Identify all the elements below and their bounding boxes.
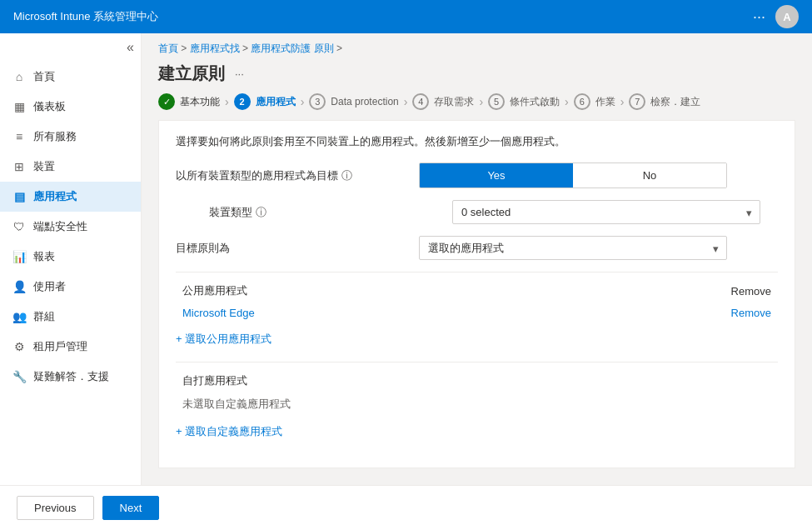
wizard-separator-5: ›: [565, 95, 569, 108]
sidebar-item-endpoint-security[interactable]: 🛡 端點安全性: [0, 212, 141, 242]
sidebar-label-all-services: 所有服務: [33, 129, 77, 144]
wizard-step-label-conditions: 條件式啟動: [510, 95, 560, 109]
sidebar-item-dashboard[interactable]: ▦ 儀表板: [0, 92, 141, 122]
sidebar-item-groups[interactable]: 👥 群組: [0, 302, 141, 332]
sidebar-item-troubleshoot[interactable]: 🔧 疑難解答．支援: [0, 362, 141, 392]
target-policy-select-wrapper: 選取的應用程式 所有應用程式: [419, 236, 727, 260]
target-toggle-group: Yes No: [419, 162, 727, 188]
wizard-step-label-basic: 基本功能: [180, 95, 220, 109]
main-layout: « ⌂ 首頁 ▦ 儀表板 ≡ 所有服務 ⊞ 裝置 ▤ 應用程式 🛡 端點安全性 …: [0, 33, 812, 485]
sidebar-icon-devices: ⊞: [12, 159, 27, 174]
table-row: Microsoft Edge Remove: [176, 302, 778, 323]
sidebar-label-reports: 報表: [33, 249, 55, 264]
custom-apps-table: 自打應用程式 未選取自定義應用程式: [176, 369, 778, 416]
wizard-step-label-access: 存取需求: [434, 95, 474, 109]
sidebar-item-users[interactable]: 👤 使用者: [0, 272, 141, 302]
sidebar-label-troubleshoot: 疑難解答．支援: [33, 369, 109, 384]
page-title: 建立原則: [158, 62, 225, 85]
page-menu-dots[interactable]: ···: [235, 68, 244, 80]
microsoft-edge-link[interactable]: Microsoft Edge: [176, 302, 545, 323]
target-all-devices-row: 以所有裝置類型的應用程式為目標 ⓘ Yes No: [176, 162, 778, 188]
avatar[interactable]: A: [775, 5, 799, 28]
device-type-select[interactable]: 0 selected: [452, 200, 760, 224]
add-custom-app-link[interactable]: + 選取自定義應用程式: [176, 424, 282, 439]
topbar-logo: Microsoft Intune 系統管理中心: [13, 9, 158, 24]
sidebar-item-home[interactable]: ⌂ 首頁: [0, 62, 141, 92]
sidebar-icon-endpoint-security: 🛡: [12, 219, 27, 234]
breadcrumb: 首頁 > 應用程式找 > 應用程式防護 原則 >: [142, 33, 812, 59]
device-type-info-icon[interactable]: ⓘ: [256, 205, 267, 220]
wizard-separator-3: ›: [404, 95, 408, 108]
page-header: 建立原則 ···: [142, 59, 812, 93]
sidebar-icon-all-services: ≡: [12, 129, 27, 144]
wizard-step-circle-tasks: 6: [574, 93, 590, 110]
sidebar-label-apps: 應用程式: [33, 189, 77, 204]
form-panel: 選擇要如何將此原則套用至不同裝置上的應用程式。然後新增至少一個應用程式。 以所有…: [158, 120, 795, 468]
topbar-dots[interactable]: ···: [753, 8, 765, 26]
wizard-step-access: 4 存取需求: [412, 93, 474, 110]
breadcrumb-apps[interactable]: 應用程式找: [190, 42, 240, 54]
device-type-select-wrapper: 0 selected: [452, 200, 760, 224]
sidebar-item-devices[interactable]: ⊞ 裝置: [0, 152, 141, 182]
wizard-step-review: 7 檢察．建立: [629, 93, 700, 110]
apps-section: 公用應用程式 Remove Microsoft Edge Remove + 選取…: [176, 272, 778, 448]
footer-bar: Previous Next: [0, 485, 812, 530]
wizard-separator-2: ›: [301, 95, 305, 108]
target-no-button[interactable]: No: [573, 163, 726, 188]
next-button[interactable]: Next: [102, 496, 160, 520]
remove-all-public-button[interactable]: Remove: [731, 285, 771, 298]
sidebar-item-tenant-admin[interactable]: ⚙ 租用戶管理: [0, 332, 141, 362]
breadcrumb-policy[interactable]: 應用程式防護 原則: [251, 42, 333, 54]
topbar: Microsoft Intune 系統管理中心 ··· A: [0, 0, 812, 33]
wizard-separator-4: ›: [479, 95, 483, 108]
wizard-separator-1: ›: [225, 95, 229, 108]
content-area: 首頁 > 應用程式找 > 應用程式防護 原則 > 建立原則 ··· ✓ 基本功能…: [142, 33, 812, 485]
sidebar: « ⌂ 首頁 ▦ 儀表板 ≡ 所有服務 ⊞ 裝置 ▤ 應用程式 🛡 端點安全性 …: [0, 33, 142, 485]
target-policy-select[interactable]: 選取的應用程式 所有應用程式: [419, 236, 727, 260]
wizard-step-circle-basic: ✓: [158, 93, 175, 110]
wizard-step-circle-data-protection: 3: [309, 93, 326, 110]
sidebar-icon-dashboard: ▦: [12, 99, 27, 114]
target-info-icon[interactable]: ⓘ: [341, 168, 352, 183]
sidebar-label-tenant-admin: 租用戶管理: [33, 339, 87, 354]
topbar-right: ··· A: [753, 5, 799, 28]
sidebar-label-home: 首頁: [33, 69, 55, 84]
sidebar-icon-groups: 👥: [12, 309, 27, 324]
target-label: 以所有裝置類型的應用程式為目標 ⓘ: [176, 168, 409, 183]
sidebar-collapse-button[interactable]: «: [0, 33, 141, 62]
wizard-step-circle-access: 4: [412, 93, 429, 110]
table-row: 未選取自定義應用程式: [176, 392, 778, 416]
custom-apps-empty: 未選取自定義應用程式: [176, 392, 719, 416]
wizard-step-basic[interactable]: ✓ 基本功能: [158, 93, 220, 110]
wizard-step-apps[interactable]: 2 應用程式: [234, 93, 296, 110]
add-public-app-link[interactable]: + 選取公用應用程式: [176, 332, 271, 347]
target-policy-row: 目標原則為 選取的應用程式 所有應用程式: [176, 236, 778, 260]
sidebar-item-reports[interactable]: 📊 報表: [0, 242, 141, 272]
public-apps-table: 公用應用程式 Remove Microsoft Edge Remove: [176, 279, 778, 323]
wizard-step-circle-apps: 2: [234, 93, 251, 110]
sidebar-icon-apps: ▤: [12, 189, 27, 204]
breadcrumb-home[interactable]: 首頁: [158, 42, 178, 54]
wizard-step-conditions: 5 條件式啟動: [488, 93, 560, 110]
sidebar-icon-troubleshoot: 🔧: [12, 369, 27, 384]
sidebar-icon-reports: 📊: [12, 249, 27, 264]
wizard-step-label-apps: 應用程式: [256, 95, 296, 109]
sidebar-label-devices: 裝置: [33, 159, 55, 174]
sidebar-label-endpoint-security: 端點安全性: [33, 219, 87, 234]
device-type-label: 裝置類型 ⓘ: [209, 205, 442, 220]
sidebar-item-apps[interactable]: ▤ 應用程式: [0, 182, 141, 212]
wizard-step-label-tasks: 作業: [595, 95, 615, 109]
target-policy-label: 目標原則為: [176, 241, 409, 256]
wizard-step-circle-conditions: 5: [488, 93, 505, 110]
wizard-step-label-review: 檢察．建立: [650, 95, 700, 109]
sidebar-label-users: 使用者: [33, 279, 66, 294]
remove-edge-button[interactable]: Remove: [731, 307, 771, 319]
previous-button[interactable]: Previous: [17, 496, 94, 520]
table-row: 公用應用程式 Remove: [176, 279, 778, 302]
sidebar-item-all-services[interactable]: ≡ 所有服務: [0, 122, 141, 152]
wizard-step-data-protection: 3 Data protection: [309, 93, 398, 110]
public-apps-header: 公用應用程式: [176, 279, 545, 302]
form-description: 選擇要如何將此原則套用至不同裝置上的應用程式。然後新增至少一個應用程式。: [176, 134, 778, 149]
wizard-step-label-data-protection: Data protection: [331, 96, 398, 108]
target-yes-button[interactable]: Yes: [420, 163, 573, 188]
